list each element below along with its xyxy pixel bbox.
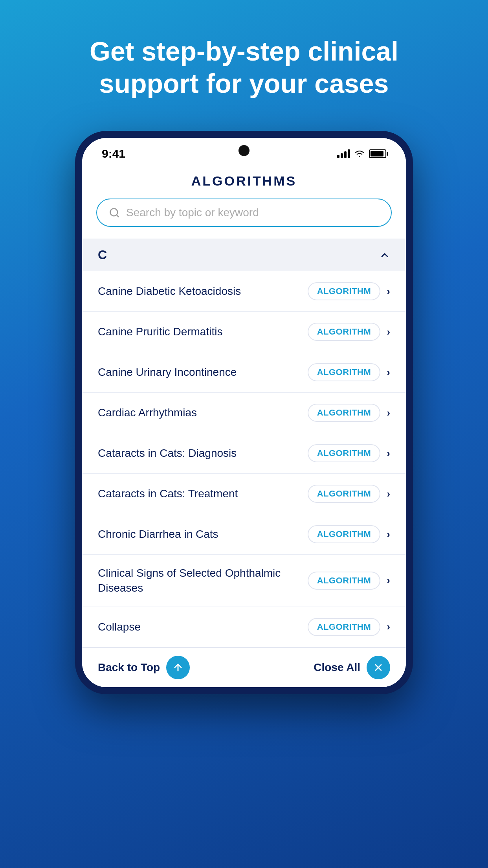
list-item[interactable]: Canine Diabetic Ketoacidosis ALGORITHM › xyxy=(82,271,406,312)
item-title: Clinical Signs of Selected Ophthalmic Di… xyxy=(98,566,308,596)
phone-screen: 9:41 ALGORITHMS xyxy=(82,138,406,687)
phone-mockup: 9:41 ALGORITHMS xyxy=(75,131,413,694)
item-title: Canine Pruritic Dermatitis xyxy=(98,324,308,339)
item-right: ALGORITHM › xyxy=(308,444,390,462)
list-item[interactable]: Clinical Signs of Selected Ophthalmic Di… xyxy=(82,555,406,607)
algorithm-badge: ALGORITHM xyxy=(308,323,381,341)
algorithm-badge: ALGORITHM xyxy=(308,282,381,300)
chevron-right-icon: › xyxy=(387,528,390,541)
search-placeholder: Search by topic or keyword xyxy=(126,206,259,219)
list-item[interactable]: Canine Urinary Incontinence ALGORITHM › xyxy=(82,352,406,393)
back-to-top[interactable]: Back to Top xyxy=(98,656,190,679)
item-title: Canine Diabetic Ketoacidosis xyxy=(98,284,308,299)
item-title: Cataracts in Cats: Diagnosis xyxy=(98,446,308,461)
algorithm-list: Canine Diabetic Ketoacidosis ALGORITHM ›… xyxy=(82,271,406,647)
algorithm-badge: ALGORITHM xyxy=(308,444,381,462)
list-item[interactable]: Cardiac Arrhythmias ALGORITHM › xyxy=(82,393,406,433)
back-to-top-button[interactable] xyxy=(166,656,190,679)
item-right: ALGORITHM › xyxy=(308,618,390,636)
item-right: ALGORITHM › xyxy=(308,572,390,590)
list-item[interactable]: Cataracts in Cats: Diagnosis ALGORITHM › xyxy=(82,433,406,474)
algorithm-badge: ALGORITHM xyxy=(308,618,381,636)
algorithm-badge: ALGORITHM xyxy=(308,485,381,503)
back-to-top-label: Back to Top xyxy=(98,661,160,674)
headline-line2: support for your cases xyxy=(99,68,389,98)
item-right: ALGORITHM › xyxy=(308,404,390,422)
chevron-right-icon: › xyxy=(387,621,390,633)
status-time: 9:41 xyxy=(102,147,125,160)
chevron-right-icon: › xyxy=(387,574,390,587)
chevron-right-icon: › xyxy=(387,285,390,298)
signal-icon xyxy=(337,149,350,158)
close-all[interactable]: Close All xyxy=(314,656,390,679)
item-title: Canine Urinary Incontinence xyxy=(98,365,308,380)
chevron-right-icon: › xyxy=(387,366,390,379)
arrow-up-icon xyxy=(172,662,183,673)
algorithm-badge: ALGORITHM xyxy=(308,572,381,590)
battery-icon xyxy=(369,149,386,158)
chevron-right-icon: › xyxy=(387,488,390,500)
item-right: ALGORITHM › xyxy=(308,485,390,503)
close-icon xyxy=(373,662,384,673)
item-right: ALGORITHM › xyxy=(308,323,390,341)
item-title: Cataracts in Cats: Treatment xyxy=(98,486,308,501)
wifi-icon xyxy=(354,150,365,158)
item-title: Collapse xyxy=(98,620,308,634)
camera-notch xyxy=(238,145,250,156)
item-title: Chronic Diarrhea in Cats xyxy=(98,527,308,542)
algorithm-badge: ALGORITHM xyxy=(308,525,381,543)
list-item[interactable]: Chronic Diarrhea in Cats ALGORITHM › xyxy=(82,514,406,555)
chevron-right-icon: › xyxy=(387,447,390,460)
app-title: ALGORITHMS xyxy=(82,166,406,199)
headline: Get step-by-step clinical support for yo… xyxy=(58,35,430,99)
item-right: ALGORITHM › xyxy=(308,525,390,543)
list-item[interactable]: Canine Pruritic Dermatitis ALGORITHM › xyxy=(82,312,406,352)
algorithm-badge: ALGORITHM xyxy=(308,404,381,422)
search-bar[interactable]: Search by topic or keyword xyxy=(96,199,392,227)
section-header[interactable]: C xyxy=(82,239,406,271)
item-right: ALGORITHM › xyxy=(308,282,390,300)
headline-line1: Get step-by-step clinical xyxy=(90,36,398,66)
bottom-bar: Back to Top Close All xyxy=(82,647,406,687)
close-all-label: Close All xyxy=(314,661,360,674)
chevron-up-icon xyxy=(379,250,390,261)
status-icons xyxy=(337,149,386,158)
chevron-right-icon: › xyxy=(387,407,390,419)
item-right: ALGORITHM › xyxy=(308,363,390,381)
algorithm-badge: ALGORITHM xyxy=(308,363,381,381)
section-letter: C xyxy=(98,248,107,262)
search-icon xyxy=(109,207,120,218)
search-container: Search by topic or keyword xyxy=(82,199,406,239)
list-item[interactable]: Collapse ALGORITHM › xyxy=(82,607,406,647)
svg-line-1 xyxy=(116,215,118,217)
item-title: Cardiac Arrhythmias xyxy=(98,405,308,420)
chevron-right-icon: › xyxy=(387,326,390,338)
list-item[interactable]: Cataracts in Cats: Treatment ALGORITHM › xyxy=(82,474,406,514)
close-all-button[interactable] xyxy=(367,656,390,679)
